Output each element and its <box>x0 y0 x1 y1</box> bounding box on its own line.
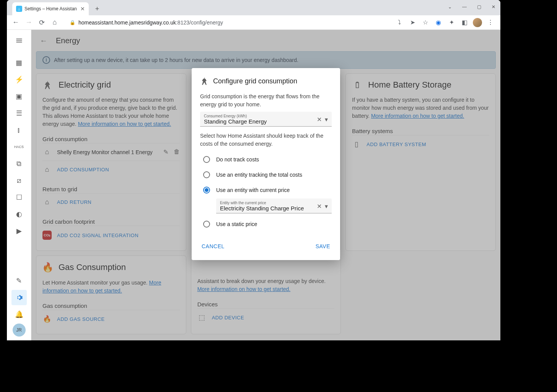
menu-icon[interactable]: ⋮ <box>486 18 495 27</box>
notifications-icon[interactable]: 🔔 <box>11 307 27 322</box>
browser-tab-strip: ⌂ Settings – Home Assistan ✕ + ⌄ ― ▢ ✕ <box>7 0 500 15</box>
settings-icon[interactable] <box>11 290 27 305</box>
price-entity-select[interactable]: Entity with the current price Electricit… <box>216 198 332 213</box>
profile-avatar[interactable] <box>473 18 482 27</box>
logbook-icon[interactable]: ☰ <box>11 106 27 121</box>
cost-tracking-radio-group: Do not track costs Use an entity trackin… <box>200 152 332 232</box>
hacs-icon[interactable]: HACS <box>11 139 27 155</box>
close-window-icon[interactable]: ✕ <box>490 3 497 11</box>
dashboard-icon[interactable]: ▦ <box>11 55 27 70</box>
address-bar: ← → ⟳ ⌂ 🔒 homeassistant.home.jamesridgwa… <box>7 15 500 30</box>
field-value: Electricity Standing Charge Price <box>220 205 317 211</box>
chevron-down-icon[interactable]: ⌄ <box>446 3 454 11</box>
radio-label: Do not track costs <box>216 156 259 163</box>
sidepanel-icon[interactable]: ◧ <box>460 18 469 27</box>
radio-icon <box>203 187 210 194</box>
url-domain: homeassistant.home.jamesridgway.co.uk <box>78 20 176 26</box>
send-icon[interactable]: ➤ <box>408 18 417 27</box>
configure-grid-dialog: Configure grid consumption Grid consumpt… <box>192 68 340 260</box>
energy-icon[interactable]: ⚡ <box>11 72 27 87</box>
hamburger-icon[interactable] <box>11 33 27 48</box>
radio-no-track[interactable]: Do not track costs <box>200 152 332 167</box>
radio-icon <box>203 156 210 163</box>
radio-label: Use an entity tracking the total costs <box>216 172 302 178</box>
zigbee-icon[interactable]: ◐ <box>11 207 27 222</box>
sidebar: ▦ ⚡ ▣ ☰ ⫿ HACS ⧉ ⧄ ☐ ◐ ▶ ✎ 🔔 JR <box>7 30 31 340</box>
terminal-icon[interactable]: ⧄ <box>11 173 27 188</box>
dialog-description: Grid consumption is the energy that flow… <box>200 93 332 109</box>
url-path: :8123/config/energy <box>176 20 223 26</box>
favicon-icon: ⌂ <box>16 6 22 12</box>
save-button[interactable]: SAVE <box>314 241 332 252</box>
back-button[interactable]: ← <box>10 17 21 28</box>
radio-entity-total[interactable]: Use an entity tracking the total costs <box>200 167 332 182</box>
minimize-icon[interactable]: ― <box>461 3 468 11</box>
forward-button[interactable]: → <box>23 17 34 28</box>
clear-icon[interactable]: ✕ <box>317 203 322 210</box>
dialog-title-text: Configure grid consumption <box>213 77 297 85</box>
url-field[interactable]: 🔒 homeassistant.home.jamesridgway.co.uk:… <box>64 17 389 28</box>
consumed-energy-select[interactable]: Consumed Energy (kWh) Standing Charge En… <box>200 112 332 127</box>
field-label: Consumed Energy (kWh) <box>204 114 317 118</box>
radio-label: Use an entity with current price <box>216 187 290 193</box>
maximize-icon[interactable]: ▢ <box>475 3 483 11</box>
field-value: Standing Charge Energy <box>204 118 317 125</box>
browser-tab[interactable]: ⌂ Settings – Home Assistan ✕ <box>12 2 89 15</box>
radio-entity-current[interactable]: Use an entity with current price <box>200 182 332 198</box>
onepassword-icon[interactable]: ◉ <box>434 18 443 27</box>
new-tab-button[interactable]: + <box>92 3 103 14</box>
modal-overlay[interactable]: Configure grid consumption Grid consumpt… <box>31 30 500 340</box>
radio-label: Use a static price <box>216 221 257 227</box>
field-label: Entity with the current price <box>220 201 317 205</box>
dialog-description: Select how Home Assistant should keep tr… <box>200 132 332 148</box>
close-tab-icon[interactable]: ✕ <box>80 6 85 12</box>
reload-button[interactable]: ⟳ <box>36 17 47 28</box>
media-icon[interactable]: ▶ <box>11 223 27 239</box>
radio-static[interactable]: Use a static price <box>200 216 332 232</box>
user-badge[interactable]: JR <box>13 324 26 337</box>
history-icon[interactable]: ⫿ <box>11 122 27 138</box>
clear-icon[interactable]: ✕ <box>317 116 322 123</box>
star-icon[interactable]: ☆ <box>421 18 430 27</box>
install-icon[interactable]: ⤵ <box>395 18 404 27</box>
vscode-icon[interactable]: ⧉ <box>11 156 27 171</box>
map-icon[interactable]: ▣ <box>11 89 27 104</box>
pylon-icon <box>200 76 209 86</box>
lock-icon: 🔒 <box>70 20 75 25</box>
cancel-button[interactable]: CANCEL <box>200 241 226 252</box>
radio-icon <box>203 221 210 228</box>
tab-title: Settings – Home Assistan <box>24 6 77 11</box>
devtools-icon[interactable]: ✎ <box>11 273 27 288</box>
dropdown-icon[interactable]: ▾ <box>325 203 328 210</box>
dropdown-icon[interactable]: ▾ <box>325 116 328 123</box>
radio-icon <box>203 171 210 178</box>
calendar-icon[interactable]: ☐ <box>11 190 27 205</box>
extensions-icon[interactable]: ✦ <box>447 18 456 27</box>
home-button[interactable]: ⌂ <box>49 17 60 28</box>
